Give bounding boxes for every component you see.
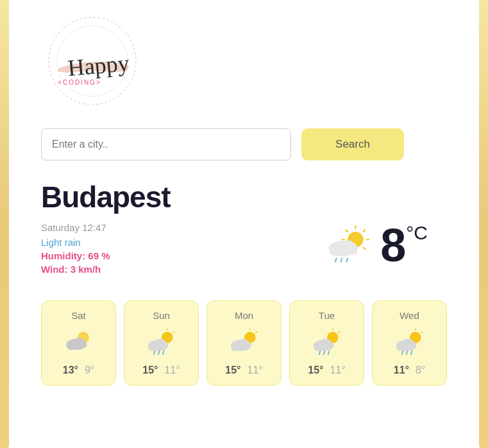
condition: Light rain bbox=[41, 237, 323, 248]
forecast-day: Mon bbox=[214, 310, 274, 321]
temp-display: 8 °C bbox=[380, 222, 428, 268]
svg-text:<CODING>: <CODING> bbox=[58, 79, 101, 86]
logo-area: Happy <CODING> bbox=[41, 13, 447, 109]
svg-line-46 bbox=[323, 351, 324, 354]
forecast-icon-sun bbox=[144, 327, 179, 356]
forecast-row: Sat 13° 9° Sun bbox=[41, 300, 447, 386]
svg-line-55 bbox=[406, 351, 407, 354]
forecast-temps-wed: 11° 8° bbox=[379, 365, 440, 376]
svg-line-26 bbox=[172, 332, 174, 333]
forecast-temps-sun: 15° 11° bbox=[131, 365, 192, 376]
svg-line-32 bbox=[162, 351, 164, 354]
wind: Wind: 3 km/h bbox=[41, 264, 323, 275]
forecast-temps-sat: 13° 9° bbox=[48, 365, 109, 376]
right-accent-bar bbox=[479, 0, 488, 448]
search-button[interactable]: Search bbox=[301, 128, 404, 160]
svg-line-56 bbox=[410, 351, 412, 354]
weather-icon-temp: 8 °C bbox=[323, 222, 428, 268]
svg-line-50 bbox=[421, 332, 423, 333]
weather-details: Saturday 12:47 Light rain Humidity: 69 %… bbox=[41, 222, 323, 275]
search-area: Search bbox=[41, 128, 447, 160]
forecast-card-wed: Wed 11° 8° bbox=[372, 300, 447, 386]
city-input[interactable] bbox=[41, 128, 291, 160]
svg-text:Happy: Happy bbox=[67, 50, 130, 81]
svg-line-31 bbox=[158, 351, 159, 354]
forecast-icon-wed bbox=[392, 327, 427, 356]
svg-line-19 bbox=[347, 258, 348, 262]
left-accent-bar bbox=[0, 0, 9, 448]
forecast-card-sat: Sat 13° 9° bbox=[41, 300, 116, 386]
svg-point-38 bbox=[237, 339, 249, 350]
current-weather: Saturday 12:47 Light rain Humidity: 69 %… bbox=[41, 222, 447, 275]
current-weather-icon bbox=[323, 223, 374, 268]
forecast-temps-mon: 15° 11° bbox=[214, 365, 274, 376]
forecast-card-mon: Mon 15° 11° bbox=[206, 300, 282, 386]
forecast-card-tue: Tue 15° 11° bbox=[289, 300, 364, 386]
svg-point-16 bbox=[338, 245, 349, 257]
humidity: Humidity: 69 % bbox=[41, 250, 323, 261]
svg-line-35 bbox=[255, 332, 257, 333]
svg-line-45 bbox=[319, 351, 320, 354]
forecast-icon-mon bbox=[227, 327, 262, 356]
svg-point-29 bbox=[155, 339, 166, 350]
city-name: Budapest bbox=[41, 180, 447, 214]
forecast-icon-sat bbox=[62, 327, 96, 356]
logo: Happy <CODING> bbox=[41, 13, 144, 109]
svg-line-47 bbox=[328, 351, 329, 354]
forecast-temps-tue: 15° 11° bbox=[296, 365, 357, 376]
svg-point-44 bbox=[320, 339, 332, 350]
svg-line-18 bbox=[341, 258, 342, 262]
forecast-day: Sat bbox=[48, 310, 109, 321]
svg-line-30 bbox=[153, 351, 155, 354]
svg-line-54 bbox=[401, 351, 403, 354]
forecast-day: Wed bbox=[379, 310, 440, 321]
forecast-icon-tue bbox=[310, 327, 344, 356]
svg-point-53 bbox=[403, 339, 414, 350]
datetime: Saturday 12:47 bbox=[41, 222, 323, 233]
svg-line-17 bbox=[335, 258, 337, 262]
svg-line-9 bbox=[346, 230, 348, 232]
forecast-card-sun: Sun 15° 11° bbox=[124, 300, 199, 386]
forecast-day: Tue bbox=[296, 310, 357, 321]
svg-line-11 bbox=[364, 230, 366, 232]
svg-line-41 bbox=[338, 332, 340, 333]
svg-point-23 bbox=[73, 338, 85, 349]
forecast-day: Sun bbox=[131, 310, 192, 321]
svg-line-10 bbox=[364, 248, 366, 250]
